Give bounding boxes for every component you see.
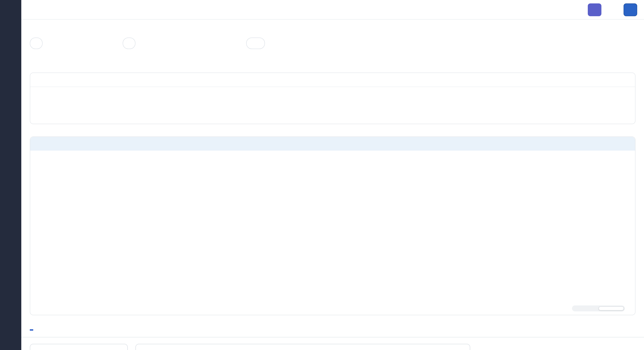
bottom-tabs — [30, 324, 644, 332]
toggle-histograms[interactable] — [598, 306, 624, 310]
summary-section-header[interactable] — [30, 73, 635, 87]
runs-field — [246, 33, 265, 49]
experiment-meta — [21, 20, 644, 60]
runs-pill[interactable] — [246, 38, 265, 49]
header-actions — [588, 3, 637, 16]
chevron-down-icon — [36, 141, 41, 146]
main-content — [21, 0, 644, 350]
analyze-button[interactable] — [588, 3, 602, 16]
page-header — [21, 0, 644, 20]
tab-records[interactable] — [30, 324, 33, 330]
last-updated-field — [172, 33, 175, 49]
tab-config[interactable] — [48, 324, 51, 330]
view-related-button[interactable] — [624, 3, 637, 16]
delete-button[interactable] — [606, 3, 619, 16]
chevron-down-icon — [36, 77, 41, 82]
check-circle-icon — [251, 40, 257, 46]
chart-type-toggle — [572, 305, 625, 311]
tabs-divider — [21, 337, 644, 337]
dataset-field — [30, 33, 42, 49]
summary-section — [30, 73, 636, 124]
app-window — [0, 0, 644, 350]
search-records-input[interactable] — [140, 348, 466, 350]
records-summary-line — [30, 150, 635, 156]
created-by-field — [123, 33, 136, 49]
llm-observability-icon — [30, 6, 38, 14]
evaluation-section-header[interactable] — [30, 137, 635, 150]
evaluation-distribution-section — [30, 136, 636, 315]
datadog-logo[interactable] — [4, 1, 18, 15]
toggle-lines[interactable] — [573, 306, 598, 310]
summary-cards — [30, 87, 635, 96]
search-records-box — [136, 344, 470, 350]
left-nav-sidebar — [0, 0, 21, 350]
search-facets-box — [30, 344, 128, 350]
evaluation-footer-controls — [567, 305, 630, 311]
records-search-row — [30, 344, 470, 350]
meta-fields — [30, 33, 636, 60]
dataset-pill[interactable] — [30, 38, 42, 49]
created-by-pill[interactable] — [123, 38, 136, 49]
search-facets-input[interactable] — [38, 348, 123, 350]
